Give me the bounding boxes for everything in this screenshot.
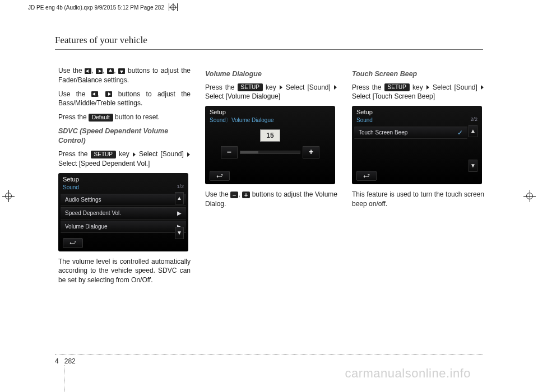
- touch-screen-beep-heading: Touch Screen Beep: [352, 69, 484, 80]
- scroll-down-icon[interactable]: ▼: [175, 227, 184, 239]
- scroll-up-icon[interactable]: ▲: [175, 192, 184, 204]
- page-indicator: 2/2: [470, 116, 477, 123]
- crop-mark-right-icon: [523, 190, 536, 202]
- text: Select [Sound]: [286, 83, 331, 91]
- text: Press the: [352, 83, 384, 91]
- page-number: 282: [64, 357, 76, 365]
- list-item[interactable]: Speed Dependent Vol. ▶: [61, 207, 186, 220]
- print-header-text: JD PE eng 4b (Audio).qxp 9/9/2015 5:12 P…: [28, 4, 164, 11]
- screen-title: Setup: [205, 106, 335, 116]
- setup-button-label: SETUP: [91, 151, 116, 158]
- screen-subtitle: Sound: [58, 184, 188, 193]
- text: key: [412, 83, 423, 91]
- chevron-right-icon: [334, 85, 337, 90]
- text: Select [Sound]: [139, 150, 184, 158]
- minus-icon: –: [227, 147, 231, 158]
- text: Press the: [58, 150, 91, 158]
- column-2: Volume Dialogue Press the SETUP key Sele…: [205, 66, 337, 290]
- scroll-arrows: ▲ ▼: [175, 192, 185, 239]
- list-item-label: Volume Dialogue: [65, 223, 108, 231]
- crop-mark-left-icon: [2, 190, 15, 202]
- text: key: [266, 83, 276, 91]
- text: Select [Speed Dependent Vol.]: [58, 160, 150, 167]
- plus-icon: +: [309, 147, 313, 158]
- chevron-right-icon: [280, 85, 282, 90]
- setup-button-label: SETUP: [238, 83, 263, 91]
- left-arrow-icon: [85, 68, 91, 74]
- minus-icon: –: [230, 192, 238, 198]
- text: Press the: [58, 113, 89, 121]
- plus-button[interactable]: +: [303, 146, 319, 158]
- chevron-right-icon: [481, 85, 484, 90]
- screen-subtitle: Sound: [352, 116, 482, 125]
- volume-dialogue-heading: Volume Dialogue: [205, 69, 337, 80]
- volume-dialogue-path: Press the SETUP key Select [Sound] Selec…: [205, 83, 337, 102]
- column-3: Touch Screen Beep Press the SETUP key Se…: [352, 66, 484, 290]
- scroll-up-icon[interactable]: ▲: [469, 125, 477, 137]
- minus-button[interactable]: –: [221, 146, 238, 158]
- right-arrow-icon: [96, 68, 103, 74]
- sdvc-description: The volume level is controlled automatic…: [58, 257, 191, 285]
- bass-treble-text: Use the , buttons to adjust the Bass/Mid…: [58, 90, 191, 109]
- text: Select [Sound]: [433, 83, 477, 91]
- list-item-label: Audio Settings: [65, 196, 101, 204]
- list-item-label: Speed Dependent Vol.: [65, 209, 121, 217]
- screen-subtitle: Sound〉Volume Dialogue: [205, 116, 335, 125]
- print-header: JD PE eng 4b (Audio).qxp 9/9/2015 5:12 P…: [28, 3, 178, 11]
- screen-title: Setup: [58, 173, 188, 184]
- page-footer: 4 282: [55, 354, 483, 365]
- fader-balance-text: Use the , , , buttons to adjust the Fade…: [58, 66, 191, 85]
- left-arrow-icon: [91, 91, 98, 97]
- text: button to reset.: [115, 113, 160, 121]
- section-title: Features of your vehicle: [55, 35, 147, 46]
- sdvc-heading: SDVC (Speed Dependent Volume Control): [58, 127, 191, 146]
- volume-dialogue-screenshot: Setup Sound〉Volume Dialogue 15 – + ⮐: [205, 106, 335, 184]
- chevron-right-icon: [426, 85, 429, 90]
- sdvc-path-text: Press the SETUP key Select [Sound] Selec…: [58, 150, 191, 169]
- touch-screen-beep-screenshot: Setup Sound 2/2 Touch Screen Beep ✓ ▲ ▼ …: [352, 106, 482, 184]
- touch-screen-beep-description: This feature is used to turn the touch s…: [352, 190, 484, 209]
- default-reset-text: Press the Default button to reset.: [58, 113, 191, 122]
- text: Use the: [58, 90, 91, 98]
- scroll-arrows: ▲ ▼: [469, 125, 479, 172]
- text: key: [119, 150, 129, 158]
- chapter-number: 4: [55, 357, 59, 365]
- chevron-right-icon: [133, 152, 136, 157]
- text: Select [Touch Screen Beep]: [352, 92, 435, 100]
- check-icon: ✓: [457, 128, 463, 138]
- scroll-down-icon[interactable]: ▼: [469, 160, 477, 172]
- dotted-rule: [64, 365, 64, 392]
- back-button[interactable]: ⮐: [210, 171, 230, 181]
- text: Use the: [58, 67, 85, 74]
- chevron-right-icon: [187, 152, 190, 157]
- volume-bar: [240, 151, 300, 154]
- horizontal-rule: [55, 49, 483, 50]
- text: Use the: [205, 190, 230, 198]
- volume-value: 15: [260, 129, 280, 142]
- sound-menu-screenshot: Setup Sound 1/2 Audio Settings ▶ Speed D…: [58, 173, 188, 251]
- setup-button-label: SETUP: [384, 83, 410, 91]
- right-arrow-icon: [105, 91, 112, 97]
- up-arrow-icon: [107, 68, 114, 74]
- watermark: carmanualsonline.info: [345, 366, 471, 381]
- list-item[interactable]: Audio Settings ▶: [61, 194, 186, 206]
- page-indicator: 1/2: [177, 183, 184, 190]
- list-item[interactable]: Touch Screen Beep ✓: [354, 127, 467, 139]
- column-1: Use the , , , buttons to adjust the Fade…: [58, 66, 191, 290]
- crop-mark-icon: [169, 3, 178, 11]
- content-columns: Use the , , , buttons to adjust the Fade…: [58, 66, 484, 290]
- text: Press the: [205, 83, 238, 91]
- list-item[interactable]: Volume Dialogue ▶: [61, 221, 186, 233]
- touch-screen-beep-path: Press the SETUP key Select [Sound] Selec…: [352, 83, 484, 102]
- screen-title: Setup: [352, 106, 482, 116]
- plus-icon: +: [242, 192, 250, 198]
- default-button-label: Default: [89, 114, 113, 122]
- volume-dialogue-adjust-text: Use the –, + buttons to adjust the Volum…: [205, 190, 337, 209]
- down-arrow-icon: [118, 68, 125, 74]
- back-button[interactable]: ⮐: [63, 238, 83, 248]
- text: Select [Volume Dialogue]: [205, 92, 280, 100]
- back-button[interactable]: ⮐: [356, 171, 377, 181]
- list-item-label: Touch Screen Beep: [359, 129, 407, 137]
